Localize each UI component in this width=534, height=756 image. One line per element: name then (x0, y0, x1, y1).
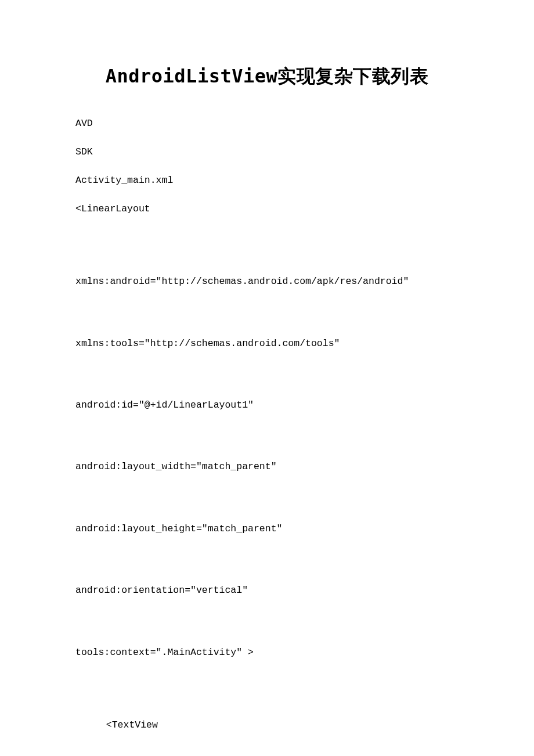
code-line: android:layout_width="match_parent" (75, 456, 459, 477)
code-line: xmlns:android="http://schemas.android.co… (75, 271, 459, 291)
document-page: AndroidListView实现复杂下载列表 AVD SDK Activity… (0, 0, 534, 756)
text-line: Activity_main.xml (75, 173, 459, 188)
code-line: tools:context=".MainActivity" > (75, 642, 459, 663)
code-line: android:layout_height="match_parent" (75, 519, 459, 539)
document-title: AndroidListView实现复杂下载列表 (75, 64, 459, 89)
text-line: <LinearLayout (75, 201, 459, 216)
code-line: xmlns:tools="http://schemas.android.com/… (75, 333, 459, 354)
code-block: android:layout_width="fill_parent" andro… (75, 746, 459, 756)
code-line: android:orientation="vertical" (75, 580, 459, 600)
code-line: android:id="@+id/LinearLayout1" (75, 395, 459, 415)
text-line: AVD (75, 116, 459, 131)
code-block: xmlns:android="http://schemas.android.co… (75, 230, 459, 704)
text-line: SDK (75, 145, 459, 159)
code-line-indented: <TextView (75, 718, 459, 732)
